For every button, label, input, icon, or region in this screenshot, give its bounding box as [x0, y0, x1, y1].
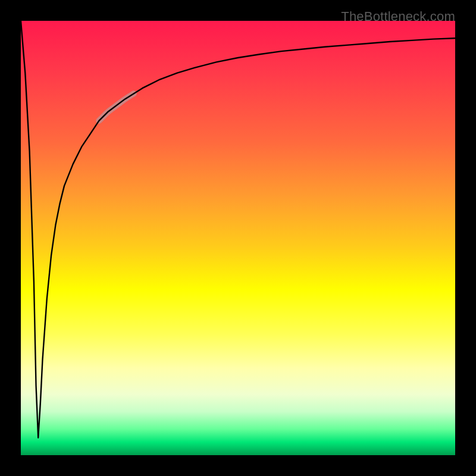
chart-frame: TheBottleneck.com	[9, 9, 467, 467]
curve-svg	[21, 21, 455, 455]
plot-area	[21, 21, 455, 455]
bottleneck-curve	[21, 21, 455, 438]
